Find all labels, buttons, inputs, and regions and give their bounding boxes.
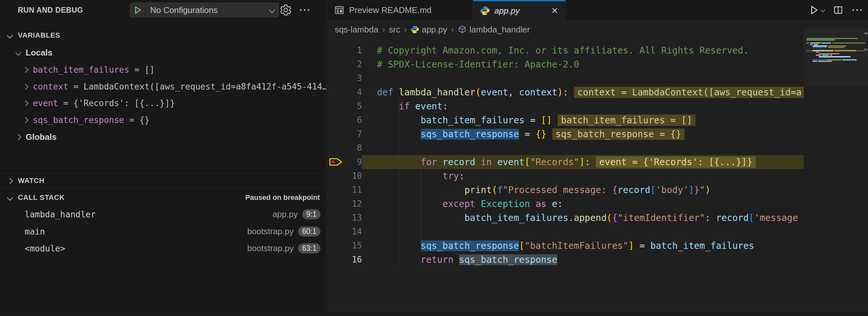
line-number[interactable]: 3 [327, 71, 362, 85]
code-token: "itemIdentifier" [618, 213, 705, 223]
breadcrumb-item[interactable]: lambda_handler [458, 25, 530, 35]
code-line-content[interactable]: except Exception as e: [362, 197, 804, 211]
line-number[interactable]: 1 [327, 43, 362, 57]
code-line-content[interactable]: try: [362, 169, 804, 183]
line-number[interactable]: 11 [327, 183, 362, 197]
code-line-content[interactable]: # Copyright Amazon.com, Inc. or its affi… [362, 43, 804, 57]
code-token: ) [557, 87, 563, 98]
call-stack-frame[interactable]: main bootstrap.py 60:1 [0, 223, 326, 240]
watch-section-header[interactable]: WATCH [0, 173, 326, 188]
symbol-method-icon [458, 25, 467, 34]
code-token: ] [689, 185, 694, 195]
code-line-content[interactable] [362, 141, 804, 155]
code-token: # Copyright Amazon.com, Inc. or its affi… [377, 45, 749, 56]
equals-sign: = [73, 82, 79, 92]
current-breakpoint-icon[interactable] [329, 157, 343, 167]
breadcrumb-item[interactable]: app.py [411, 25, 447, 35]
code-line[interactable]: 3 [327, 71, 804, 85]
close-icon[interactable]: ✕ [545, 6, 558, 16]
frame-position-badge: 63:1 [298, 243, 320, 253]
minimap-bar [827, 59, 841, 60]
variable-row[interactable]: batch_item_failures = [] [0, 61, 326, 78]
code-token: append [574, 213, 607, 223]
code-line-content[interactable]: sqs_batch_response = {}sqs_batch_respons… [362, 127, 804, 141]
line-number[interactable]: 16 [327, 253, 362, 267]
line-number[interactable]: 4 [327, 85, 362, 99]
minimap[interactable] [804, 20, 868, 312]
chevron-right-icon [22, 84, 28, 90]
minimap-bar [835, 50, 856, 51]
code-line[interactable]: 4def lambda_handler(event, context):cont… [327, 85, 804, 99]
code-line-content[interactable] [362, 71, 804, 85]
code-token: if [399, 101, 410, 112]
code-line-content[interactable]: sqs_batch_response["batchItemFailures"] … [362, 239, 804, 253]
breadcrumb-item[interactable]: src [389, 25, 400, 35]
more-icon[interactable]: ··· [852, 5, 864, 15]
debug-settings-button[interactable] [278, 3, 293, 18]
variable-row[interactable]: sqs_batch_response = {} [0, 112, 326, 128]
line-number[interactable]: 5 [327, 99, 362, 113]
chevron-down-icon [15, 50, 21, 56]
start-debug-button[interactable] [130, 3, 145, 17]
code-token [530, 198, 535, 209]
minimap-bar [810, 42, 820, 43]
code-line[interactable]: 1# Copyright Amazon.com, Inc. or its aff… [327, 43, 804, 57]
sidebar-more-actions-button[interactable]: ··· [298, 3, 313, 18]
code-area[interactable]: 1# Copyright Amazon.com, Inc. or its aff… [327, 43, 804, 312]
line-number[interactable]: 8 [327, 141, 362, 155]
split-editor-button[interactable] [833, 5, 843, 15]
chevron-down-icon [820, 8, 825, 12]
code-token: Exception [481, 198, 530, 209]
code-token [437, 157, 442, 167]
call-stack-section-header[interactable]: CALL STACK Paused on breakpoint [0, 190, 326, 205]
code-line-content[interactable]: batch_item_failures.append({"itemIdentif… [362, 211, 804, 225]
variable-row[interactable]: event = {'Records': [{...}]} [0, 95, 326, 112]
variable-row[interactable]: context = LambdaContext([aws_request_id=… [0, 78, 326, 95]
debug-configuration-dropdown[interactable]: No Configurations [130, 3, 279, 18]
breadcrumb-separator-icon: › [404, 25, 407, 35]
line-number[interactable]: 6 [327, 113, 362, 127]
code-line-content[interactable] [362, 225, 804, 239]
line-number[interactable]: 7 [327, 127, 362, 141]
breadcrumb-separator-icon: › [451, 25, 454, 35]
minimap-bar [818, 61, 832, 62]
code-line-content[interactable]: for record in event["Records"]:event = {… [362, 155, 804, 169]
breadcrumb-label: app.py [422, 25, 447, 35]
code-token: "Processed message: [503, 185, 612, 195]
code-token [377, 198, 442, 209]
line-number[interactable]: 10 [327, 169, 362, 183]
code-token: : [442, 101, 448, 112]
code-line[interactable]: 2# SPDX-License-Identifier: Apache-2.0 [327, 57, 804, 71]
tab-preview-readme[interactable]: Preview README.md [327, 0, 473, 20]
code-line-content[interactable]: return sqs_batch_response [362, 253, 804, 267]
code-token: record [716, 213, 749, 223]
code-line-content[interactable]: batch_item_failures = []batch_item_failu… [362, 113, 804, 127]
code-token: sqs_batch_response [459, 254, 557, 265]
line-number[interactable]: 13 [327, 211, 362, 225]
line-number[interactable]: 15 [327, 239, 362, 253]
code-line-content[interactable]: def lambda_handler(event, context):conte… [362, 85, 804, 99]
code-token: . [568, 213, 574, 223]
scope-globals[interactable]: Globals [0, 128, 326, 145]
call-stack-frame[interactable]: lambda_handler app.py 9:1 [0, 206, 326, 223]
call-stack-frame[interactable]: <module> bootstrap.py 63:1 [0, 240, 326, 257]
code-line-content[interactable]: if event: [362, 99, 804, 113]
code-token: e [552, 198, 557, 209]
minimap-bar [822, 55, 829, 56]
scope-locals[interactable]: Locals [0, 45, 326, 60]
minimap-bar [816, 52, 819, 53]
code-line-content[interactable]: print(f"Processed message: {record['body… [362, 183, 804, 197]
code-token: sqs_batch_response [421, 129, 519, 139]
code-token [410, 101, 415, 112]
breadcrumb-item[interactable]: sqs-lambda [335, 25, 378, 35]
run-python-file-button[interactable] [808, 4, 825, 15]
code-line-content[interactable]: # SPDX-License-Identifier: Apache-2.0 [362, 57, 804, 71]
vscode-window: { "glyphs": { "more": "···", "close": "✕… [0, 0, 868, 316]
variables-section-header[interactable]: VARIABLES [0, 28, 326, 43]
tab-app-py[interactable]: app.py ✕ [473, 0, 566, 20]
minimap-bar [812, 45, 827, 46]
line-number[interactable]: 12 [327, 197, 362, 211]
code-token: batch_item_failures [650, 241, 754, 251]
line-number[interactable]: 14 [327, 225, 362, 239]
line-number[interactable]: 2 [327, 57, 362, 71]
